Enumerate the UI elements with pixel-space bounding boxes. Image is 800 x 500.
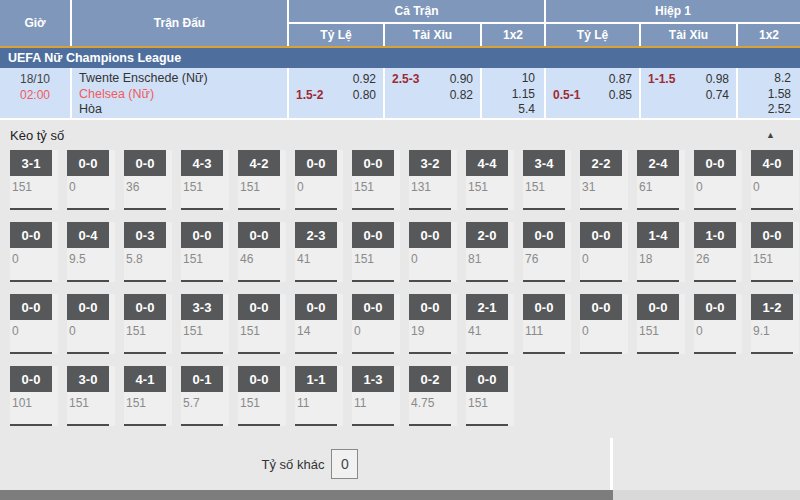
score-odds-cell[interactable]: 0-0151 xyxy=(124,294,172,354)
score-odds-cell[interactable]: 3-1151 xyxy=(10,150,58,210)
half-1x2-home-odds[interactable]: 8.2 xyxy=(738,71,791,87)
half-handicap-away-odds[interactable]: 0.85 xyxy=(609,87,632,103)
score-odds-cell[interactable]: 0-00 xyxy=(694,150,742,210)
score-odds-value: 151 xyxy=(751,252,799,266)
score-odds-value: 19 xyxy=(409,324,457,338)
header-time-column: Giờ xyxy=(0,0,70,46)
home-team[interactable]: Twente Enschede (Nữ) xyxy=(79,71,287,87)
score-odds-cell[interactable]: 0-076 xyxy=(523,222,571,282)
score-odds-cell[interactable]: 0-00 xyxy=(694,294,742,354)
score-odds-value: 31 xyxy=(580,180,628,194)
score-odds-cell[interactable]: 0-35.8 xyxy=(124,222,172,282)
score-odds-cell[interactable]: 0-0151 xyxy=(352,150,400,210)
score-odds-cell[interactable]: 3-4151 xyxy=(523,150,571,210)
score-odds-cell[interactable]: 0-24.75 xyxy=(409,366,457,426)
score-odds-value: 151 xyxy=(352,252,400,266)
score-cell-underline xyxy=(352,424,394,426)
full-1x2-away-odds[interactable]: 1.15 xyxy=(482,87,535,103)
score-odds-cell[interactable]: 4-4151 xyxy=(466,150,514,210)
header-group-first-half: Hiệp 1 xyxy=(546,0,800,22)
score-odds-cell[interactable]: 0-014 xyxy=(295,294,343,354)
score-odds-cell[interactable]: 0-00 xyxy=(352,294,400,354)
score-odds-cell[interactable]: 0-00 xyxy=(580,222,628,282)
score-odds-cell[interactable]: 0-00 xyxy=(409,222,457,282)
half-over-under-line: 1-1.5 xyxy=(648,71,675,87)
score-cell-underline xyxy=(466,352,508,354)
full-handicap-home-odds[interactable]: 0.92 xyxy=(353,71,376,87)
score-odds-cell[interactable]: 2-081 xyxy=(466,222,514,282)
score-odds-cell[interactable]: 0-019 xyxy=(409,294,457,354)
score-odds-cell[interactable]: 0-036 xyxy=(124,150,172,210)
score-cell-underline xyxy=(580,352,622,354)
full-under-odds[interactable]: 0.82 xyxy=(450,87,473,103)
other-score-box[interactable]: 0 xyxy=(331,449,358,479)
score-odds-cell[interactable]: 2-231 xyxy=(580,150,628,210)
score-odds-cell[interactable]: 4-1151 xyxy=(124,366,172,426)
half-1x2-away-odds[interactable]: 1.58 xyxy=(738,87,791,103)
score-odds-cell[interactable]: 0-00 xyxy=(67,294,115,354)
score-odds-cell[interactable]: 4-2151 xyxy=(238,150,286,210)
score-odds-cell[interactable]: 0-49.5 xyxy=(67,222,115,282)
score-odds-cell[interactable]: 4-3151 xyxy=(181,150,229,210)
score-label: 0-0 xyxy=(238,366,280,392)
score-odds-cell[interactable]: 0-0151 xyxy=(352,222,400,282)
score-odds-cell[interactable]: 0-0111 xyxy=(523,294,571,354)
score-odds-cell[interactable]: 0-00 xyxy=(295,150,343,210)
score-odds-cell[interactable]: 2-341 xyxy=(295,222,343,282)
full-1x2-draw-odds[interactable]: 5.4 xyxy=(482,102,535,118)
score-odds-value: 5.7 xyxy=(181,396,229,410)
score-odds-cell[interactable]: 1-026 xyxy=(694,222,742,282)
horizontal-scrollbar[interactable] xyxy=(0,490,800,500)
score-odds-cell[interactable]: 2-141 xyxy=(466,294,514,354)
correct-score-section: Kèo tỷ số ▲ 3-11510-000-0364-31514-21510… xyxy=(0,118,800,498)
score-label: 0-0 xyxy=(637,294,679,320)
score-cell-underline xyxy=(352,208,394,210)
score-odds-cell[interactable]: 4-00 xyxy=(751,150,799,210)
half-over-odds[interactable]: 0.98 xyxy=(706,71,729,87)
score-cell-underline xyxy=(124,352,166,354)
score-odds-cell[interactable]: 2-461 xyxy=(637,150,685,210)
score-label: 0-1 xyxy=(181,366,223,392)
score-odds-cell[interactable]: 0-0151 xyxy=(637,294,685,354)
score-odds-cell[interactable]: 0-0151 xyxy=(751,222,799,282)
score-odds-cell[interactable]: 1-418 xyxy=(637,222,685,282)
score-odds-cell[interactable]: 0-00 xyxy=(67,150,115,210)
full-over-odds[interactable]: 0.90 xyxy=(450,71,473,87)
score-odds-cell[interactable]: 0-00 xyxy=(580,294,628,354)
score-odds-value: 151 xyxy=(466,180,514,194)
score-cell-underline xyxy=(67,208,109,210)
score-label: 0-0 xyxy=(523,294,565,320)
match-kickoff-time: 02:00 xyxy=(0,87,70,103)
score-odds-cell[interactable]: 3-3151 xyxy=(181,294,229,354)
score-odds-cell[interactable]: 0-0151 xyxy=(466,366,514,426)
score-odds-cell[interactable]: 0-046 xyxy=(238,222,286,282)
full-handicap-away-odds[interactable]: 0.80 xyxy=(353,87,376,103)
score-label: 0-0 xyxy=(352,150,394,176)
score-odds-value: 46 xyxy=(238,252,286,266)
score-label: 0-0 xyxy=(694,294,736,320)
score-odds-cell[interactable]: 0-00 xyxy=(10,294,58,354)
half-1x2-draw-odds[interactable]: 2.52 xyxy=(738,102,791,118)
score-odds-cell[interactable]: 3-2131 xyxy=(409,150,457,210)
full-1x2-home-odds[interactable]: 10 xyxy=(482,71,535,87)
score-odds-cell[interactable]: 0-0151 xyxy=(238,294,286,354)
away-team[interactable]: Chelsea (Nữ) xyxy=(79,87,287,103)
score-cell-underline xyxy=(751,280,793,282)
score-odds-cell[interactable]: 0-0151 xyxy=(238,366,286,426)
score-odds-cell[interactable]: 0-15.7 xyxy=(181,366,229,426)
half-handicap-home-odds[interactable]: 0.87 xyxy=(609,71,632,87)
score-odds-cell[interactable]: 0-00 xyxy=(10,222,58,282)
score-label: 2-1 xyxy=(466,294,508,320)
score-odds-cell[interactable]: 0-0151 xyxy=(181,222,229,282)
score-odds-value: 0 xyxy=(352,324,400,338)
collapse-arrow-icon[interactable]: ▲ xyxy=(766,130,775,140)
half-under-odds[interactable]: 0.74 xyxy=(706,87,729,103)
half-over-under-cell: 1-1.5 0.98 0.74 xyxy=(641,68,736,118)
score-odds-cell[interactable]: 3-0151 xyxy=(67,366,115,426)
score-label: 0-0 xyxy=(67,294,109,320)
score-odds-cell[interactable]: 1-111 xyxy=(295,366,343,426)
score-odds-cell[interactable]: 1-29.1 xyxy=(751,294,799,354)
score-odds-cell[interactable]: 1-311 xyxy=(352,366,400,426)
scrollbar-thumb[interactable] xyxy=(0,490,613,500)
score-odds-cell[interactable]: 0-0101 xyxy=(10,366,58,426)
